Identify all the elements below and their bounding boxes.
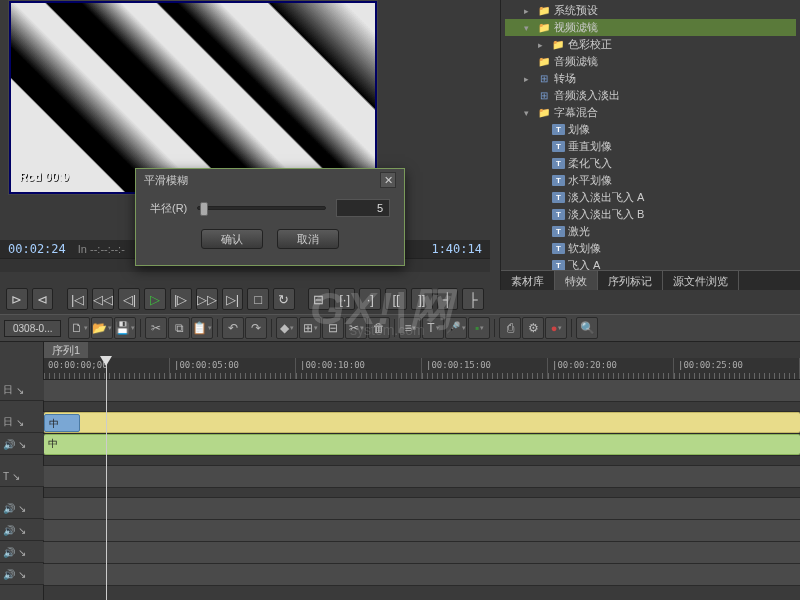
tree-vertical-wipe[interactable]: T垂直划像 (505, 138, 796, 155)
transport-btn-2[interactable]: [·] (334, 288, 356, 310)
sequence-tab[interactable]: 0308-0... (4, 320, 61, 337)
tree-wipe[interactable]: T划像 (505, 121, 796, 138)
next-frame-button[interactable]: |▷ (170, 288, 192, 310)
tree-soft-wipe[interactable]: T软划像 (505, 240, 796, 257)
tool-copy[interactable]: ⧉ (168, 317, 190, 339)
sequence-label[interactable]: 序列1 (44, 342, 88, 358)
tool-mic[interactable]: 🎤 (445, 317, 467, 339)
video-clip-bg[interactable] (44, 412, 800, 433)
tree-fade-flyin-a[interactable]: T淡入淡出飞入 A (505, 189, 796, 206)
tool-color[interactable]: ▪ (468, 317, 490, 339)
radius-value-input[interactable]: 5 (336, 199, 390, 217)
tab-library[interactable]: 素材库 (501, 271, 555, 290)
ruler-seg: |00:00:05:00 (170, 358, 296, 379)
tool-razor[interactable]: ✂ (345, 317, 367, 339)
transport-btn-5[interactable]: ]] (411, 288, 433, 310)
track-v1[interactable]: 日↘ 中 (44, 412, 800, 434)
prev-frame-button[interactable]: ◁| (118, 288, 140, 310)
radius-slider[interactable] (197, 206, 326, 210)
dialog-close-button[interactable]: ✕ (380, 172, 396, 188)
tool-open[interactable]: 📂 (91, 317, 113, 339)
tool-group[interactable]: ⊞ (299, 317, 321, 339)
lock-icon[interactable]: ↘ (18, 547, 26, 558)
preview-monitor: Rcd 00:0 (8, 0, 378, 195)
transport-btn-6[interactable]: ┤ (437, 288, 459, 310)
tree-video-filters[interactable]: ▾📁视频滤镜 (505, 19, 796, 36)
tab-effects[interactable]: 特效 (555, 271, 598, 290)
lock-icon[interactable]: ↘ (12, 471, 20, 482)
tree-subtitle-blend[interactable]: ▾📁字幕混合 (505, 104, 796, 121)
transport-btn-1[interactable]: ⊟ (308, 288, 330, 310)
lock-icon[interactable]: ↘ (16, 385, 24, 396)
tree-audio-filters[interactable]: 📁音频滤镜 (505, 53, 796, 70)
tool-record[interactable]: ● (545, 317, 567, 339)
mark-out-button[interactable]: ⊲ (32, 288, 54, 310)
goto-start-button[interactable]: |◁ (67, 288, 89, 310)
timeline-toolbar: 0308-0... 🗋 📂 💾 ✂ ⧉ 📋 ↶ ↷ ◆ ⊞ ⊟ ✂ 🗑 ≡ T … (0, 314, 800, 342)
timecode-out: 1:40:14 (431, 242, 482, 256)
tool-new[interactable]: 🗋 (68, 317, 90, 339)
tool-save[interactable]: 💾 (114, 317, 136, 339)
tool-delete[interactable]: 🗑 (368, 317, 390, 339)
rewind-button[interactable]: ◁◁ (92, 288, 114, 310)
tool-unlink[interactable]: ⊟ (322, 317, 344, 339)
transport-btn-7[interactable]: ├ (462, 288, 484, 310)
timeline-ruler[interactable]: 00:00:00;00 |00:00:05:00 |00:00:10:00 |0… (44, 358, 800, 380)
tool-marker[interactable]: ◆ (276, 317, 298, 339)
tool-paste[interactable]: 📋 (191, 317, 213, 339)
stop-button[interactable]: □ (247, 288, 269, 310)
track-a5[interactable]: 🔊↘ (44, 564, 800, 586)
tracks: 日↘ 日↘ 中 🔊↘ 中 T↘ 🔊↘ 🔊↘ 🔊↘ 🔊↘ (44, 380, 800, 600)
tree-horizontal-wipe[interactable]: T水平划像 (505, 172, 796, 189)
lock-icon[interactable]: ↘ (18, 569, 26, 580)
tree-fade-flyin-b[interactable]: T淡入淡出飞入 B (505, 206, 796, 223)
dialog-titlebar[interactable]: 平滑模糊 ✕ (136, 169, 404, 191)
tool-redo[interactable]: ↷ (245, 317, 267, 339)
tree-color-correction[interactable]: ▸📁色彩校正 (505, 36, 796, 53)
track-a1[interactable]: 🔊↘ 中 (44, 434, 800, 456)
lock-icon[interactable]: ↘ (16, 417, 24, 428)
title-icon: T (3, 471, 9, 482)
tree-flyin-a[interactable]: T飞入 A (505, 257, 796, 270)
panel-tabs: 素材库 特效 序列标记 源文件浏览 (501, 270, 800, 290)
tab-source-browse[interactable]: 源文件浏览 (663, 271, 739, 290)
tool-text[interactable]: T (422, 317, 444, 339)
video-clip[interactable]: 中 (44, 414, 80, 432)
ruler-seg: |00:00:15:00 (422, 358, 548, 379)
loop-button[interactable]: ↻ (273, 288, 295, 310)
track-a4[interactable]: 🔊↘ (44, 542, 800, 564)
track-t1[interactable]: T↘ (44, 466, 800, 488)
goto-end-button[interactable]: ▷| (222, 288, 244, 310)
ok-button[interactable]: 确认 (201, 229, 263, 249)
tab-markers[interactable]: 序列标记 (598, 271, 663, 290)
mark-in-button[interactable]: ⊳ (6, 288, 28, 310)
tool-export[interactable]: ⎙ (499, 317, 521, 339)
slider-thumb[interactable] (200, 202, 208, 216)
tree-audio-fade[interactable]: ⊞音频淡入淡出 (505, 87, 796, 104)
play-button[interactable]: ▷ (144, 288, 166, 310)
playhead[interactable] (106, 356, 107, 600)
tool-align[interactable]: ≡ (399, 317, 421, 339)
tree-soft-flyin[interactable]: T柔化飞入 (505, 155, 796, 172)
audio-clip[interactable]: 中 (44, 434, 800, 455)
lock-icon[interactable]: ↘ (18, 525, 26, 536)
track-a3[interactable]: 🔊↘ (44, 520, 800, 542)
tool-cut[interactable]: ✂ (145, 317, 167, 339)
tool-settings[interactable]: ⚙ (522, 317, 544, 339)
transport-btn-3[interactable]: ·] (359, 288, 381, 310)
dialog-body: 半径(R) 5 确认 取消 (136, 191, 404, 257)
lock-icon[interactable]: ↘ (18, 503, 26, 514)
tree-laser[interactable]: T激光 (505, 223, 796, 240)
tool-zoom[interactable]: 🔍 (576, 317, 598, 339)
tree-transitions[interactable]: ▸⊞转场 (505, 70, 796, 87)
timecode-in: In --:--:--:- (78, 243, 125, 255)
transport-btn-4[interactable]: [[ (385, 288, 407, 310)
track-v2[interactable]: 日↘ (44, 380, 800, 402)
tree-system-presets[interactable]: ▸📁系统预设 (505, 2, 796, 19)
fast-forward-button[interactable]: ▷▷ (196, 288, 218, 310)
timecode-current: 00:02:24 (8, 242, 66, 256)
lock-icon[interactable]: ↘ (18, 439, 26, 450)
track-a2[interactable]: 🔊↘ (44, 498, 800, 520)
cancel-button[interactable]: 取消 (277, 229, 339, 249)
tool-undo[interactable]: ↶ (222, 317, 244, 339)
